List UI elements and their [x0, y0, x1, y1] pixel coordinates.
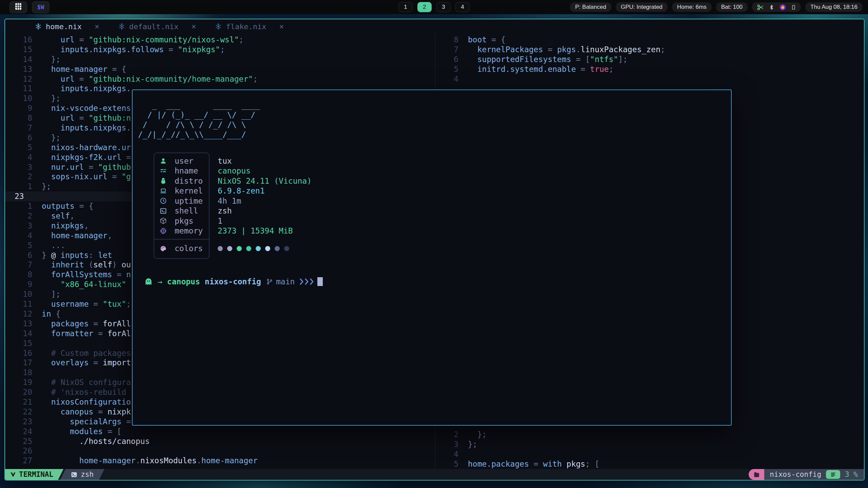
fetch-value-kernel: 6.9.8-zen1 — [218, 186, 312, 196]
neovim-icon — [10, 471, 16, 478]
prompt-directory: nixos-config — [205, 277, 261, 286]
tab-label: default.nix — [129, 22, 179, 31]
fastfetch-output: userhnamedistrokerneluptimeshellpkgsmemo… — [154, 152, 731, 259]
neovim-window: home.nix×default.nix×flake.nix× 16 url =… — [4, 19, 865, 481]
code-line: 13 home-manager = { — [5, 64, 435, 74]
phone-icon[interactable] — [791, 4, 796, 11]
close-icon[interactable]: × — [95, 22, 99, 31]
code-line: 26 — [5, 446, 435, 456]
color-dot — [246, 246, 251, 251]
grid-icon — [14, 2, 22, 12]
folder-segment — [749, 469, 764, 480]
status-pills: P: BalancedGPU: IntegratedHome: 6msBat: … — [570, 2, 748, 12]
folder-icon — [753, 471, 760, 478]
prompt-chevrons — [299, 278, 314, 285]
code-line: 25 ./hosts/canopus — [5, 436, 435, 446]
fetch-value-uptime: 4h 1m — [218, 196, 312, 206]
terminal-color-dots — [218, 243, 312, 254]
terminal-icon — [71, 471, 77, 478]
distro-icon — [160, 177, 169, 185]
fetch-label-kernel: kernel — [175, 186, 203, 195]
fetch-value-user: tux — [218, 156, 312, 166]
tab-home.nix[interactable]: home.nix× — [26, 19, 108, 34]
hname-icon — [160, 167, 169, 175]
flame-icon[interactable] — [779, 4, 786, 11]
workspace-4[interactable]: 4 — [455, 2, 470, 12]
code-line: 2 }; — [435, 430, 864, 440]
fetch-label-colors: colors — [175, 244, 203, 253]
shell-prompt[interactable]: → canopus nixos-config main — [144, 277, 731, 286]
code-line: 27 home-manager.nixosModules.home-manage… — [5, 456, 435, 466]
memory-icon — [160, 227, 169, 235]
status-pill[interactable]: GPU: Integrated — [616, 2, 668, 12]
pkgs-icon — [160, 217, 169, 225]
mode-segment: TERMINAL — [5, 469, 63, 480]
shell-segment: zsh — [60, 469, 104, 480]
network-icon[interactable] — [757, 4, 764, 11]
fetch-value-pkgs: 1 — [218, 216, 312, 226]
fetch-value-memory: 2373 | 15394 MiB — [218, 226, 312, 236]
code-line: 5 initrd.systemd.enable = true; — [435, 64, 864, 74]
launcher-grid-button[interactable] — [9, 1, 27, 13]
sw-launcher-button[interactable]: $W — [32, 1, 50, 13]
code-line: 12 url = "github:nix-community/home-mana… — [5, 74, 435, 84]
code-line: 7 kernelPackages = pkgs.linuxPackages_ze… — [435, 45, 864, 55]
mode-label: TERMINAL — [19, 470, 53, 479]
code-line: 8boot = { — [435, 35, 864, 45]
code-line: 3}; — [435, 440, 864, 449]
prompt-branch: main — [276, 277, 295, 286]
tab-flake.nix[interactable]: flake.nix× — [206, 19, 293, 34]
tab-default.nix[interactable]: default.nix× — [110, 19, 205, 34]
fetch-label-pkgs: pkgs — [175, 217, 193, 225]
workspace-3[interactable]: 3 — [436, 2, 451, 12]
fetch-label-box: userhnamedistrokerneluptimeshellpkgsmemo… — [154, 152, 210, 259]
sw-icon: $W — [37, 4, 44, 11]
terminal-cursor[interactable] — [317, 277, 323, 286]
nix-snowflake-icon — [118, 23, 125, 30]
workspace-2[interactable]: 2 — [417, 2, 432, 12]
shell-icon — [160, 207, 169, 215]
statusline: TERMINAL zsh nixos-config 3 % — [5, 469, 864, 480]
color-dot — [284, 246, 289, 251]
cwd-label: nixos-config — [770, 470, 821, 479]
color-dot — [227, 246, 232, 251]
fetch-label-hname: hname — [175, 166, 198, 175]
ghost-icon — [144, 277, 153, 286]
status-pill[interactable]: Bat: 100 — [716, 2, 748, 12]
uptime-icon — [160, 197, 169, 205]
git-branch-icon — [266, 278, 273, 285]
color-dot — [218, 246, 223, 251]
fetch-label-user: user — [175, 157, 193, 165]
clock[interactable]: Thu Aug 08, 18:16 — [805, 2, 863, 12]
close-icon[interactable]: × — [192, 22, 196, 31]
shell-label: zsh — [81, 470, 94, 479]
code-line: 4 — [435, 74, 864, 84]
color-dot — [256, 246, 261, 251]
prompt-arrow: → — [158, 277, 162, 286]
floating-terminal[interactable]: _ ___ ____ ____ / |/ (_)_ __/ __ \/ __/ … — [132, 89, 732, 426]
palette-icon — [160, 245, 169, 252]
nix-snowflake-icon — [35, 23, 42, 30]
code-line: 4 — [435, 449, 864, 459]
user-icon — [160, 157, 169, 165]
scroll-indicator — [826, 470, 840, 479]
status-pill[interactable]: P: Balanced — [570, 2, 611, 12]
code-line: 14 }; — [5, 55, 435, 64]
fetch-label-shell: shell — [175, 206, 198, 215]
color-dot — [265, 246, 270, 251]
nix-snowflake-icon — [215, 23, 222, 30]
tab-label: flake.nix — [226, 22, 266, 31]
bluetooth-icon[interactable] — [769, 4, 774, 11]
nixos-ascii-logo: _ ___ ____ ____ / |/ (_)_ __/ __ \/ __/ … — [138, 100, 731, 140]
status-pill[interactable]: Home: 6ms — [672, 2, 712, 12]
tabline: home.nix×default.nix×flake.nix× — [5, 19, 864, 34]
close-icon[interactable]: × — [279, 22, 284, 31]
fetch-value-distro: NixOS 24.11 (Vicuna) — [218, 176, 312, 186]
fetch-label-memory: memory — [175, 226, 203, 235]
prompt-host: canopus — [167, 277, 200, 286]
code-line: 15 inputs.nixpkgs.follows = "nixpkgs"; — [5, 45, 435, 55]
top-status-bar: $W 1234 P: BalancedGPU: IntegratedHome: … — [0, 0, 868, 14]
fetch-label-distro: distro — [175, 177, 203, 185]
code-line: 6 supportedFilesystems = ["ntfs"]; — [435, 55, 864, 64]
workspace-1[interactable]: 1 — [398, 2, 413, 12]
